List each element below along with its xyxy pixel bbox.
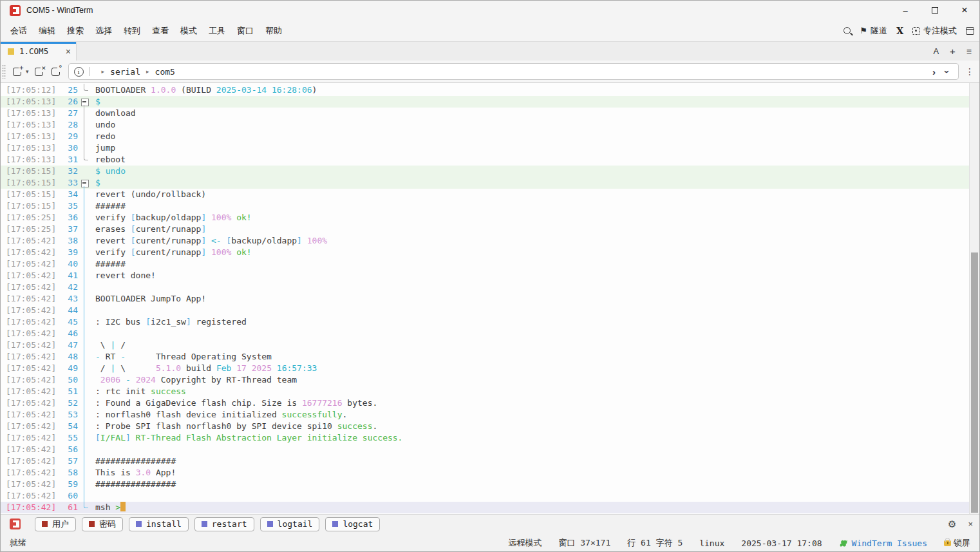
minimize-button[interactable]: – <box>890 1 920 20</box>
status-os[interactable]: linux <box>699 538 724 548</box>
line-text: revert [curent/runapp] <- [backup/oldapp… <box>91 235 327 247</box>
info-icon[interactable]: i <box>74 67 84 77</box>
line-timestamp: [17:05:42] <box>6 502 56 513</box>
font-size-button[interactable]: A <box>933 46 939 56</box>
fold-guide <box>78 84 91 96</box>
fold-toggle-icon[interactable] <box>78 177 91 189</box>
terminal-scrollbar[interactable] <box>969 83 979 514</box>
line-timestamp: [17:05:42] <box>6 467 56 479</box>
line-number: 61 <box>56 502 78 513</box>
menu-item[interactable]: 模式 <box>174 23 203 39</box>
quick-button-密码[interactable]: 密码 <box>82 517 123 531</box>
breadcrumb-com5[interactable]: com5 <box>155 67 175 77</box>
line-timestamp: [17:05:42] <box>6 235 56 247</box>
new-session-dropdown[interactable]: ▾ <box>26 68 29 75</box>
menu-item[interactable]: 选择 <box>90 23 118 39</box>
terminal-line: [17:05:42]61msh > <box>1 502 969 513</box>
status-window-size[interactable]: 窗口 37×171 <box>558 537 610 549</box>
menu-item[interactable]: 工具 <box>203 23 231 39</box>
line-number: 29 <box>56 131 78 142</box>
new-tab-button[interactable]: + <box>950 46 956 57</box>
tab-session-icon <box>8 48 14 55</box>
line-timestamp: [17:05:42] <box>6 421 56 432</box>
fold-guide <box>78 142 91 154</box>
quick-button-install[interactable]: install <box>129 517 189 531</box>
gear-icon[interactable]: ⚙ <box>948 519 956 530</box>
line-text: download <box>91 108 136 119</box>
tab-close-button[interactable]: × <box>66 47 71 56</box>
history-dropdown-button[interactable]: › <box>942 70 953 73</box>
menu-item[interactable]: 帮助 <box>259 23 288 39</box>
menu-item[interactable]: 会话 <box>5 23 33 39</box>
line-number: 47 <box>56 339 78 351</box>
status-line-char[interactable]: 行 61 字符 5 <box>627 537 683 549</box>
terminal-line: [17:05:42]55[I/FAL] RT-Thread Flash Abst… <box>1 432 969 444</box>
focus-mode-button[interactable]: 专注模式 <box>912 25 957 37</box>
line-number: 52 <box>56 397 78 409</box>
tab-menu-button[interactable]: ≡ <box>966 46 972 57</box>
line-text: : norflash0 flash device initialized suc… <box>91 409 347 421</box>
status-remote-mode[interactable]: 远程模式 <box>508 537 542 549</box>
window-layout-button[interactable] <box>966 27 974 35</box>
terminal-line: [17:05:42]38revert [curent/runapp] <- [b… <box>1 235 969 247</box>
line-number: 36 <box>56 212 78 224</box>
run-chevron-button[interactable]: › <box>932 66 936 77</box>
window-controls: – × <box>890 1 979 20</box>
new-session-button[interactable]: + <box>9 64 24 79</box>
quick-button-用户[interactable]: 用户 <box>35 517 76 531</box>
window-title: COM5 - WindTerm <box>26 6 93 15</box>
buttonbar-close-button[interactable]: × <box>968 519 973 529</box>
line-number: 30 <box>56 142 78 154</box>
address-bar[interactable]: i ▸ serial ▸ com5 › › <box>68 63 959 80</box>
menu-item[interactable]: 查看 <box>146 23 174 39</box>
status-lock[interactable]: 锁屏 <box>944 537 970 549</box>
toolbar-overflow-button[interactable]: ⋮ <box>965 66 974 77</box>
maximize-button[interactable] <box>920 1 950 20</box>
line-text: 2006 - 2024 Copyright by RT-Thread team <box>91 374 297 386</box>
status-ready: 就绪 <box>10 537 26 549</box>
button-square-icon <box>332 521 338 527</box>
button-square-icon <box>267 521 273 527</box>
tab-label: 1.COM5 <box>19 46 48 56</box>
detach-session-button[interactable]: ° <box>48 64 64 79</box>
terminal-view[interactable]: [17:05:12]25BOOTLOADER 1.0.0 (BUILD 2025… <box>1 83 979 514</box>
tab-com5[interactable]: 1.COM5 × <box>1 42 77 61</box>
breadcrumb-arrow-icon: ▸ <box>102 68 105 75</box>
xserver-button[interactable]: X <box>896 26 903 36</box>
toolbar-drag-handle[interactable] <box>2 64 6 79</box>
line-number: 38 <box>56 235 78 247</box>
close-button[interactable]: × <box>950 1 979 20</box>
line-timestamp: [17:05:42] <box>6 316 56 328</box>
breadcrumb-serial[interactable]: serial <box>110 67 140 77</box>
line-text: verify [curent/runapp] 100% ok! <box>91 247 252 258</box>
line-number: 56 <box>56 444 78 455</box>
tunnel-button[interactable]: ⚑ 隧道 <box>860 25 887 37</box>
line-text <box>91 281 95 293</box>
fold-guide <box>78 502 91 513</box>
fold-guide <box>78 189 91 200</box>
fold-toggle-icon[interactable] <box>78 96 91 108</box>
close-session-button[interactable]: × <box>32 64 47 79</box>
quick-button-logcat[interactable]: logcat <box>325 517 380 531</box>
line-timestamp: [17:05:15] <box>6 177 56 189</box>
fold-guide <box>78 212 91 224</box>
menu-item[interactable]: 搜索 <box>61 23 90 39</box>
menu-item[interactable]: 转到 <box>118 23 146 39</box>
tabbar: 1.COM5 × A + ≡ <box>1 41 979 61</box>
scrollbar-thumb[interactable] <box>971 252 978 513</box>
button-square-icon <box>89 521 95 527</box>
search-button[interactable] <box>843 27 851 34</box>
status-datetime[interactable]: 2025-03-17 17:08 <box>741 538 822 548</box>
line-timestamp: [17:05:12] <box>6 84 56 96</box>
terminal-line: [17:05:15]34revert (undo/rollback) <box>1 189 969 200</box>
fold-guide <box>78 270 91 281</box>
fold-guide <box>78 328 91 339</box>
menu-item[interactable]: 编辑 <box>33 23 61 39</box>
quick-button-restart[interactable]: restart <box>194 517 254 531</box>
line-timestamp: [17:05:42] <box>6 455 56 467</box>
quick-button-logtail[interactable]: logtail <box>260 517 320 531</box>
windterm-issues-link[interactable]: WindTerm Issues <box>839 538 927 548</box>
menu-item[interactable]: 窗口 <box>231 23 259 39</box>
fold-guide <box>78 479 91 490</box>
fold-guide <box>78 339 91 351</box>
